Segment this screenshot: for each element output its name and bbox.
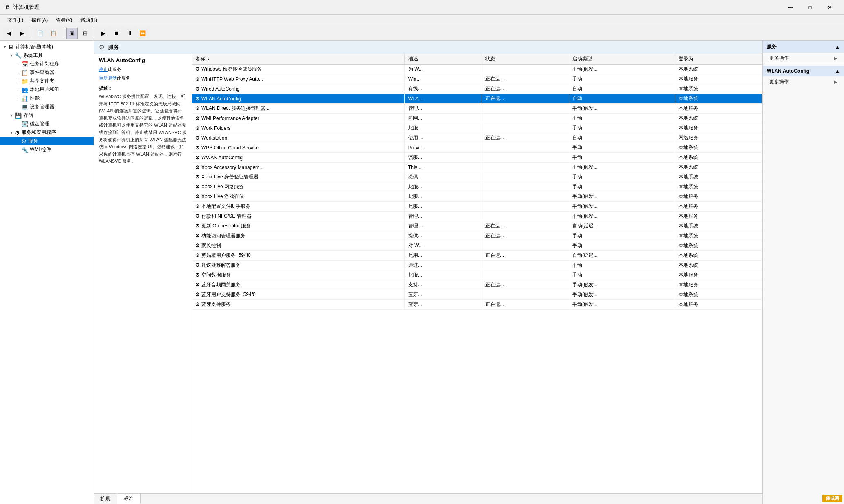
table-row[interactable]: ⚙Xbox Live 网络服务此服...手动本地系统 [192,182,762,192]
table-row[interactable]: ⚙WLAN AutoConfigWLA...正在运...自动本地系统 [192,94,762,104]
cell-service-login: 本地系统 [675,94,762,104]
toolbar-btn-active1[interactable]: ▣ [66,28,78,39]
tree-item-shared-folders[interactable]: › 📁 共享文件夹 [0,77,94,85]
tree-item-device-manager[interactable]: 💻 设备管理器 [0,103,94,111]
toolbar-show-hide-tree[interactable]: 📄 [35,28,46,39]
cell-service-name: ⚙家长控制 [192,241,404,251]
table-row[interactable]: ⚙WWAN AutoConfig该服...手动本地系统 [192,153,762,163]
cell-service-login: 本地服务 [675,192,762,202]
cell-service-desc: 此服... [404,123,482,133]
table-row[interactable]: ⚙本地配置文件助手服务此服...手动(触发...本地服务 [192,202,762,212]
table-header-row: 名称 ▲ 描述 状态 启动类型 登录为 [192,54,762,65]
selected-service-name: WLAN AutoConfig [99,57,187,63]
toolbar-resume[interactable]: ⏩ [137,28,148,39]
toolbar-btn2[interactable]: ⊞ [79,28,91,39]
table-row[interactable]: ⚙功能访问管理器服务提供...正在运...手动本地系统 [192,231,762,241]
tree-item-services[interactable]: ⚙ 服务 [0,137,94,145]
cell-service-desc: 有线... [404,84,482,94]
cell-service-desc: 蓝牙... [404,290,482,300]
cell-service-status [482,172,569,182]
col-header-startup[interactable]: 启动类型 [569,54,675,65]
minimize-button[interactable]: — [781,1,800,13]
tree-label-wmi: WMI 控件 [30,146,51,153]
table-row[interactable]: ⚙WLAN Direct 服务连接管理器...管理...手动(触发...本地服务 [192,104,762,114]
table-row[interactable]: ⚙空间数据服务此服...手动本地服务 [192,270,762,280]
action-more-operations-wlan[interactable]: 更多操作 ▶ [763,76,844,87]
table-row[interactable]: ⚙Xbox Accessory Managem...This ...手动(触发.… [192,163,762,172]
cell-service-status [482,241,569,251]
tree-label-services: 服务 [28,138,38,145]
window-title: 计算机管理 [13,4,781,11]
table-row[interactable]: ⚙WMI Performance Adapter向网...手动本地系统 [192,114,762,123]
toolbar-back[interactable]: ◀ [3,28,15,39]
table-row[interactable]: ⚙WPS Office Cloud ServiceProvi...手动本地系统 [192,143,762,153]
tree-item-local-users[interactable]: › 👥 本地用户和组 [0,85,94,94]
table-row[interactable]: ⚙WinHTTP Web Proxy Auto...Win...正在运...手动… [192,74,762,84]
cell-service-desc: 此服... [404,270,482,280]
col-header-status[interactable]: 状态 [482,54,569,65]
tree-item-storage[interactable]: ▼ 💾 存储 [0,111,94,120]
toolbar-run[interactable]: ▶ [98,28,109,39]
cell-service-startup: 手动 [569,143,675,153]
table-row[interactable]: ⚙蓝牙用户支持服务_594f0蓝牙...手动(触发...本地系统 [192,290,762,300]
service-description-text: WLANSVC 服务提供配置、发现、连接、断开与 IEEE 802.11 标准定… [99,93,187,165]
close-button[interactable]: ✕ [820,1,839,13]
table-row[interactable]: ⚙蓝牙音频网关服务支持...正在运...手动(触发...本地服务 [192,280,762,290]
table-row[interactable]: ⚙更新 Orchestrator 服务管理 ...正在运...自动(延迟...本… [192,221,762,231]
tree-item-task-scheduler[interactable]: › 📅 任务计划程序 [0,60,94,68]
table-row[interactable]: ⚙Xbox Live 游戏存储此服...手动(触发...本地服务 [192,192,762,202]
tree-label-storage: 存储 [23,112,33,119]
menu-help[interactable]: 帮助(H) [76,15,101,25]
maximize-button[interactable]: □ [801,1,819,13]
cell-service-startup: 手动 [569,270,675,280]
action-restart-link[interactable]: 重新启动 [99,76,117,80]
action-stop-link[interactable]: 停止 [99,67,108,72]
right-panel-actions: 服务 ▲ 更多操作 ▶ WLAN AutoConfig ▲ 更多操作 ▶ [762,41,844,504]
menu-file[interactable]: 文件(F) [3,15,27,25]
cell-service-status [482,123,569,133]
col-header-desc[interactable]: 描述 [404,54,482,65]
cell-service-desc: Win... [404,74,482,84]
tree-item-system-tools[interactable]: ▼ 🔧 系统工具 [0,51,94,60]
cell-service-status: 正在运... [482,251,569,261]
toolbar-forward[interactable]: ▶ [16,28,28,39]
tree-label-device-manager: 设备管理器 [30,103,54,110]
table-row[interactable]: ⚙蓝牙支持服务蓝牙...正在运...手动(触发...本地服务 [192,300,762,310]
tab-standard[interactable]: 标准 [117,494,141,504]
cell-service-desc: Provi... [404,143,482,153]
table-row[interactable]: ⚙Workstation使用 ...正在运...自动网络服务 [192,133,762,143]
cell-service-login: 本地系统 [675,65,762,74]
table-row[interactable]: ⚙剪贴板用户服务_594f0此用...正在运...自动(延迟...本地系统 [192,251,762,261]
tree-item-performance[interactable]: › 📊 性能 [0,94,94,103]
col-header-name[interactable]: 名称 ▲ [192,54,404,65]
toolbar-pause[interactable]: ⏸ [124,28,135,39]
action-more-operations-services[interactable]: 更多操作 ▶ [763,53,844,64]
actions-section-wlan[interactable]: WLAN AutoConfig ▲ [763,66,844,76]
col-header-login[interactable]: 登录为 [675,54,762,65]
table-row[interactable]: ⚙付款和 NFC/SE 管理器管理...手动(触发...本地服务 [192,212,762,221]
menu-view[interactable]: 查看(V) [52,15,76,25]
tree-item-services-apps[interactable]: ▼ ⚙ 服务和应用程序 [0,128,94,137]
menu-action[interactable]: 操作(A) [27,15,52,25]
table-row[interactable]: ⚙Wired AutoConfig有线...正在运...自动本地系统 [192,84,762,94]
toolbar-up[interactable]: 📋 [48,28,59,39]
toolbar-stop[interactable]: ⏹ [111,28,122,39]
tree-label-performance: 性能 [30,95,40,102]
tree-item-event-viewer[interactable]: › 📋 事件查看器 [0,68,94,77]
table-row[interactable]: ⚙Work Folders此服...手动本地服务 [192,123,762,133]
table-row[interactable]: ⚙建议疑难解答服务通过...手动本地系统 [192,261,762,270]
tree-item-computer[interactable]: ▼ 🖥 计算机管理(本地) [0,42,94,51]
left-panel-tree: ▼ 🖥 计算机管理(本地) ▼ 🔧 系统工具 › 📅 任务计划程序 › 📋 事件… [0,41,94,504]
cell-service-startup: 自动(延迟... [569,251,675,261]
cell-service-status: 正在运... [482,74,569,84]
table-row[interactable]: ⚙家长控制对 W...手动本地系统 [192,241,762,251]
table-row[interactable]: ⚙Xbox Live 身份验证管理器提供...手动本地系统 [192,172,762,182]
tab-expand[interactable]: 扩展 [94,494,117,504]
cell-service-login: 本地服务 [675,300,762,310]
actions-section-services[interactable]: 服务 ▲ [763,41,844,53]
toolbar-separator-1 [31,29,31,38]
tree-item-disk-management[interactable]: 💽 磁盘管理 [0,120,94,128]
tree-item-wmi[interactable]: 🔩 WMI 控件 [0,145,94,154]
main-container: ▼ 🖥 计算机管理(本地) ▼ 🔧 系统工具 › 📅 任务计划程序 › 📋 事件… [0,41,844,504]
table-row[interactable]: ⚙Windows 预览体验成员服务为 W...手动(触发...本地系统 [192,65,762,74]
